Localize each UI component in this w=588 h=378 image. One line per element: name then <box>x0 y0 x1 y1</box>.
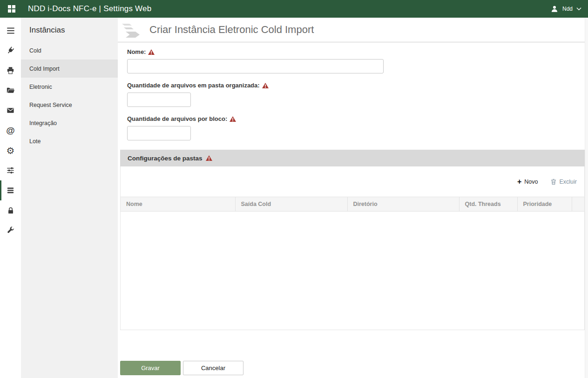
sidebar-item-mail[interactable] <box>0 100 21 120</box>
at-sign-icon: @ <box>6 126 15 136</box>
sidebar-item-email-at[interactable]: @ <box>0 120 21 140</box>
qtd-pasta-organizada-input[interactable] <box>127 93 191 107</box>
scrollbar[interactable] <box>585 18 588 378</box>
apps-grid-icon <box>7 4 16 13</box>
app-launcher-button[interactable] <box>7 4 17 14</box>
plug-icon <box>4 44 17 57</box>
column-header-spacer <box>572 197 584 212</box>
sidebar-item-tools[interactable] <box>0 220 21 240</box>
sidebar-item-folders[interactable] <box>0 80 21 100</box>
instances-sidebar: Instâncias Cold Cold Import Eletronic Re… <box>21 18 118 378</box>
column-header-prioridade[interactable]: Prioridade <box>517 197 572 212</box>
menu-icon <box>6 26 16 36</box>
folder-icon <box>6 86 15 95</box>
required-warning-icon <box>148 49 155 55</box>
field-qtd-por-bloco: Quantidade de arquivos por bloco: <box>127 115 585 140</box>
required-warning-icon <box>230 116 236 122</box>
sidebar-item-integracao[interactable]: Integração <box>21 114 118 132</box>
folders-config-panel: Configurações de pastas + Novo <box>120 150 585 330</box>
required-warning-icon <box>262 83 269 88</box>
nome-input[interactable] <box>127 59 384 73</box>
sidebar-item-instances[interactable] <box>0 180 21 200</box>
table-header-row: Nome Saída Cold Diretório Qtd. Threads P… <box>121 197 584 212</box>
folders-config-header: Configurações de pastas <box>120 150 585 166</box>
sidebar-item-cold[interactable]: Cold <box>21 41 118 60</box>
topbar: NDD i-Docs NFC-e | Settings Web Ndd <box>0 0 588 18</box>
user-name: Ndd <box>562 6 573 12</box>
main-content: Criar Instância Eletronic Cold Import No… <box>118 18 588 378</box>
sidebar-item-security[interactable] <box>0 200 21 220</box>
main-layout: @ ⚙ <box>0 18 588 378</box>
sidebar-item-connections[interactable] <box>0 40 21 60</box>
field-label: Quantidade de arquivos por bloco: <box>127 115 585 122</box>
folders-config-title: Configurações de pastas <box>128 155 203 162</box>
grid-toolbar: + Novo Excluir <box>121 166 584 197</box>
qtd-pasta-organizada-label: Quantidade de arquivos em pasta organiza… <box>127 82 260 89</box>
icon-sidebar: @ ⚙ <box>0 18 21 378</box>
trash-icon <box>551 179 556 185</box>
delete-folder-config-button[interactable]: Excluir <box>551 179 577 185</box>
user-icon <box>550 5 559 13</box>
nome-label: Nome: <box>127 48 146 55</box>
user-menu[interactable]: Ndd <box>550 5 581 13</box>
sidebar-item-lote[interactable]: Lote <box>21 132 118 150</box>
required-warning-icon <box>206 155 212 161</box>
sidebar-item-preferences[interactable] <box>0 160 21 180</box>
sidebar-item-printers[interactable] <box>0 60 21 80</box>
sidebar-title: Instâncias <box>21 18 118 41</box>
gear-icon: ⚙ <box>7 146 15 155</box>
qtd-por-bloco-input[interactable] <box>127 126 191 140</box>
folders-config-body: + Novo Excluir <box>120 166 585 330</box>
table-empty-body <box>121 212 584 330</box>
save-button[interactable]: Gravar <box>120 361 181 375</box>
qtd-por-bloco-label: Quantidade de arquivos por bloco: <box>127 115 227 122</box>
app-window: NDD i-Docs NFC-e | Settings Web Ndd <box>0 0 588 378</box>
mail-icon <box>6 106 15 115</box>
sidebar-item-eletronic[interactable]: Eletronic <box>21 78 118 96</box>
column-header-nome[interactable]: Nome <box>121 197 235 212</box>
page-header-icon <box>120 20 144 40</box>
field-nome: Nome: <box>127 48 585 73</box>
field-label: Nome: <box>127 48 585 55</box>
chevron-down-icon <box>576 7 581 11</box>
column-header-qtd-threads[interactable]: Qtd. Threads <box>459 197 517 212</box>
plus-icon: + <box>517 178 521 186</box>
instances-list-icon <box>6 186 15 195</box>
sliders-icon <box>6 166 15 175</box>
field-label: Quantidade de arquivos em pasta organiza… <box>127 82 585 89</box>
page-title: Criar Instância Eletronic Cold Import <box>149 24 314 36</box>
sidebar-item-settings[interactable]: ⚙ <box>0 140 21 160</box>
new-folder-config-button[interactable]: + Novo <box>517 178 538 186</box>
column-header-saida-cold[interactable]: Saída Cold <box>235 197 347 212</box>
cancel-button[interactable]: Cancelar <box>183 361 243 375</box>
folders-config-table: Nome Saída Cold Diretório Qtd. Threads P… <box>121 197 584 212</box>
column-header-diretorio[interactable]: Diretório <box>347 197 459 212</box>
page-header: Criar Instância Eletronic Cold Import <box>118 18 588 42</box>
field-qtd-pasta-organizada: Quantidade de arquivos em pasta organiza… <box>127 82 585 107</box>
sidebar-toggle-menu[interactable] <box>0 20 21 40</box>
wrench-icon <box>7 226 15 235</box>
delete-button-label: Excluir <box>559 179 577 185</box>
app-title: NDD i-Docs NFC-e | Settings Web <box>28 4 151 13</box>
sidebar-item-cold-import[interactable]: Cold Import <box>21 60 118 78</box>
sidebar-item-request-service[interactable]: Request Service <box>21 96 118 114</box>
printer-icon <box>6 66 15 75</box>
new-button-label: Novo <box>524 179 538 185</box>
lock-icon <box>7 206 15 215</box>
form-area: Nome: Quantidade de arquivos em pasta or… <box>118 42 588 378</box>
form-actions: Gravar Cancelar <box>120 361 585 375</box>
